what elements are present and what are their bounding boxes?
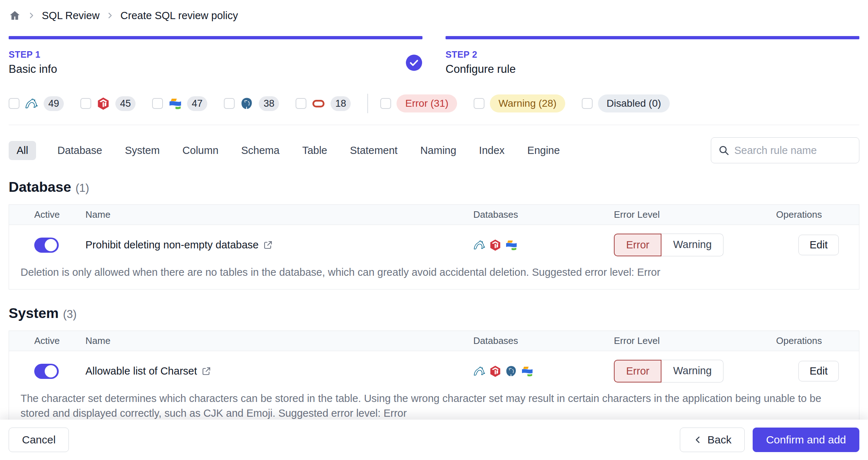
tab-all[interactable]: All [9, 141, 36, 160]
rule-engines [473, 365, 614, 377]
tab-naming[interactable]: Naming [419, 141, 458, 160]
edit-button[interactable]: Edit [798, 361, 839, 381]
error-level-option-error[interactable]: Error [614, 360, 661, 382]
error-level-toggle-group: Error Warning [614, 360, 776, 382]
engine-filter-oceanbase[interactable]: 47 [152, 96, 207, 111]
column-operations: Operations [776, 209, 859, 220]
category-tabs: All Database System Column Schema Table … [9, 137, 859, 163]
toggle-knob [45, 239, 57, 251]
tab-index[interactable]: Index [478, 141, 506, 160]
mysql-filter-checkbox[interactable] [9, 98, 19, 109]
step-1-bar [9, 36, 422, 39]
tidb-filter-checkbox[interactable] [80, 98, 91, 109]
rule-name-text: Prohibit deleting non-empty database [85, 239, 258, 251]
engine-filter-mysql[interactable]: 49 [9, 96, 64, 111]
tidb-icon [489, 365, 501, 377]
step-1: STEP 1 Basic info [9, 36, 422, 76]
divider [9, 125, 859, 125]
error-level-option-warning[interactable]: Warning [661, 360, 723, 382]
level-filter-warning[interactable]: Warning (28) [474, 94, 565, 112]
disabled-filter-checkbox[interactable] [582, 98, 593, 109]
toggle-knob [45, 365, 57, 377]
postgresql-filter-checkbox[interactable] [224, 98, 235, 109]
warning-filter-checkbox[interactable] [474, 98, 484, 109]
breadcrumb-sql-review[interactable]: SQL Review [42, 10, 99, 22]
chevron-right-icon [27, 12, 35, 19]
column-name: Name [85, 209, 473, 220]
postgresql-count-badge: 38 [259, 96, 279, 111]
back-label: Back [708, 434, 732, 446]
section-title: System [9, 305, 59, 321]
warning-count-pill: Warning (28) [490, 94, 565, 112]
postgresql-icon [240, 97, 253, 110]
confirm-and-add-button[interactable]: Confirm and add [753, 428, 859, 452]
tab-column[interactable]: Column [181, 141, 220, 160]
engine-filter-tidb[interactable]: 45 [80, 96, 136, 111]
external-link-icon[interactable] [263, 240, 273, 250]
column-databases: Databases [473, 335, 614, 346]
edit-button[interactable]: Edit [798, 235, 839, 255]
step-2: STEP 2 Configure rule [446, 36, 859, 76]
error-count-pill: Error (31) [397, 94, 457, 112]
search-input[interactable] [734, 145, 852, 156]
external-link-icon[interactable] [201, 366, 211, 376]
tidb-icon [97, 97, 110, 110]
rule-name-link[interactable]: Allowable list of Charset [85, 365, 473, 377]
column-active: Active [9, 209, 85, 220]
step-2-label: STEP 2 [446, 49, 859, 60]
cancel-button[interactable]: Cancel [9, 428, 69, 452]
column-databases: Databases [473, 209, 614, 220]
filter-divider [367, 94, 368, 113]
error-filter-checkbox[interactable] [380, 98, 391, 109]
engine-filter-postgresql[interactable]: 38 [224, 96, 279, 111]
home-icon[interactable] [9, 9, 21, 22]
tab-table[interactable]: Table [301, 141, 328, 160]
search-icon [718, 145, 729, 156]
section-count: (3) [63, 308, 77, 321]
table-row: Allowable list of Charset Error Warning … [9, 351, 859, 391]
tab-database[interactable]: Database [56, 141, 103, 160]
create-sql-review-policy-page: SQL Review Create SQL review policy STEP… [0, 0, 868, 460]
tidb-count-badge: 45 [115, 96, 136, 111]
section-count: (1) [75, 182, 89, 195]
tab-schema[interactable]: Schema [240, 141, 281, 160]
tidb-icon [489, 239, 501, 251]
level-filter-error[interactable]: Error (31) [380, 94, 457, 112]
column-operations: Operations [776, 335, 859, 346]
mysql-icon [473, 365, 486, 377]
error-level-option-warning[interactable]: Warning [661, 234, 723, 256]
tab-engine[interactable]: Engine [526, 141, 561, 160]
column-active: Active [9, 335, 85, 346]
step-2-bar [446, 36, 859, 39]
rule-name-text: Allowable list of Charset [85, 365, 197, 377]
oceanbase-icon [505, 239, 517, 251]
database-rules-table: Active Name Databases Error Level Operat… [9, 204, 859, 289]
step-complete-check-icon [406, 54, 422, 71]
mysql-count-badge: 49 [44, 96, 64, 111]
rule-description: Deletion is only allowed when there are … [9, 265, 859, 289]
tab-statement[interactable]: Statement [349, 141, 399, 160]
rule-active-toggle[interactable] [34, 364, 59, 379]
disabled-count-pill: Disabled (0) [598, 94, 670, 112]
tab-system[interactable]: System [123, 141, 161, 160]
action-footer: Cancel Back Confirm and add [0, 420, 868, 460]
rule-name-link[interactable]: Prohibit deleting non-empty database [85, 239, 473, 251]
step-1-title: Basic info [9, 63, 422, 76]
back-button[interactable]: Back [680, 428, 745, 452]
oracle-count-badge: 18 [331, 96, 351, 111]
mysql-icon [25, 97, 38, 110]
step-progress: STEP 1 Basic info STEP 2 Configure rule [9, 36, 859, 76]
column-name: Name [85, 335, 473, 346]
error-level-option-error[interactable]: Error [614, 234, 661, 256]
rule-active-toggle[interactable] [34, 238, 59, 253]
chevron-left-icon [693, 435, 703, 444]
oceanbase-icon [521, 365, 533, 377]
oceanbase-filter-checkbox[interactable] [152, 98, 163, 109]
oceanbase-icon [168, 97, 182, 110]
oracle-filter-checkbox[interactable] [296, 98, 306, 109]
level-filter-disabled[interactable]: Disabled (0) [582, 94, 670, 112]
rule-engines [473, 239, 614, 251]
oceanbase-count-badge: 47 [187, 96, 207, 111]
engine-filter-oracle[interactable]: 18 [296, 96, 351, 111]
table-header: Active Name Databases Error Level Operat… [9, 205, 859, 225]
